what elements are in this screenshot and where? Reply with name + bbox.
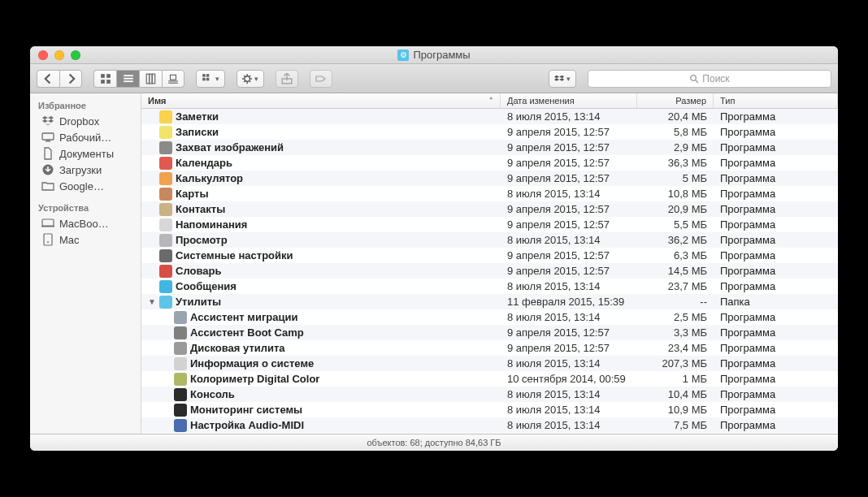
table-row[interactable]: ▼Утилиты11 февраля 2015, 15:39--Папка xyxy=(141,294,838,309)
file-name: Заметки xyxy=(176,110,219,123)
file-kind: Программа xyxy=(714,140,838,155)
svg-rect-5 xyxy=(124,77,133,79)
column-header-size[interactable]: Размер xyxy=(637,93,714,108)
view-columns-button[interactable] xyxy=(139,70,162,88)
table-row[interactable]: Ассистент миграции8 июля 2015, 13:142,5 … xyxy=(141,309,838,325)
file-date: 9 апреля 2015, 12:57 xyxy=(501,340,637,356)
file-size: 2,9 МБ xyxy=(637,140,714,155)
table-row[interactable]: Сообщения8 июля 2015, 13:1423,7 МБПрогра… xyxy=(141,279,838,294)
svg-rect-1 xyxy=(106,74,111,78)
table-row[interactable]: Консоль8 июля 2015, 13:1410,4 МБПрограмм… xyxy=(141,387,838,402)
table-row[interactable]: Контакты9 апреля 2015, 12:5720,9 МБПрогр… xyxy=(141,201,838,217)
sidebar-item[interactable]: Google… xyxy=(30,178,141,194)
sidebar-item[interactable]: Загрузки xyxy=(30,162,141,178)
sidebar-item[interactable]: Dropbox xyxy=(30,113,141,129)
app-icon xyxy=(159,110,172,123)
view-icon-button[interactable] xyxy=(93,70,116,88)
back-button[interactable] xyxy=(37,70,59,88)
file-size: 10,4 МБ xyxy=(637,387,714,402)
table-row[interactable]: Настройка Audio-MIDI8 июля 2015, 13:147,… xyxy=(141,417,838,433)
downloads-icon xyxy=(41,163,54,176)
disclosure-arrow-icon[interactable]: ▼ xyxy=(148,297,156,306)
file-date: 9 апреля 2015, 12:57 xyxy=(501,263,637,279)
column-header-date[interactable]: Дата изменения xyxy=(501,93,637,108)
search-input[interactable]: Поиск xyxy=(588,70,831,88)
file-size: 23,4 МБ xyxy=(637,340,714,356)
file-name: Ассистент миграции xyxy=(190,311,298,323)
table-row[interactable]: Мониторинг системы8 июля 2015, 13:1410,9… xyxy=(141,402,838,417)
table-row[interactable]: Записки9 апреля 2015, 12:575,8 МБПрограм… xyxy=(141,124,838,140)
svg-rect-0 xyxy=(101,74,105,78)
table-row[interactable]: Просмотр8 июля 2015, 13:1436,2 МБПрограм… xyxy=(141,232,838,248)
view-list-button[interactable] xyxy=(116,70,139,88)
file-size: 36,2 МБ xyxy=(637,232,714,248)
sidebar-section-devices: Устройства xyxy=(30,201,141,215)
app-icon xyxy=(159,157,172,170)
table-row[interactable]: Дисковая утилита9 апреля 2015, 12:5723,4… xyxy=(141,340,838,356)
file-name: Контакты xyxy=(176,203,225,215)
file-size: 23,7 МБ xyxy=(637,279,714,294)
tags-button[interactable] xyxy=(310,70,332,88)
action-button[interactable]: ▾ xyxy=(237,70,264,88)
file-name: Мониторинг системы xyxy=(190,404,302,416)
sidebar-item[interactable]: Рабочий… xyxy=(30,129,141,145)
file-size: 3,3 МБ xyxy=(637,325,714,340)
column-header-kind[interactable]: Тип xyxy=(714,93,838,108)
file-date: 8 июля 2015, 13:14 xyxy=(501,279,637,294)
view-coverflow-button[interactable] xyxy=(162,70,184,88)
table-row[interactable]: Системные настройки9 апреля 2015, 12:576… xyxy=(141,248,838,263)
file-date: 9 апреля 2015, 12:57 xyxy=(501,201,637,217)
minimize-button[interactable] xyxy=(54,50,64,60)
share-button[interactable] xyxy=(276,70,298,88)
file-kind: Программа xyxy=(714,387,838,402)
app-icon xyxy=(174,388,187,401)
table-row[interactable]: Калькулятор9 апреля 2015, 12:575 МБПрогр… xyxy=(141,171,838,186)
file-rows[interactable]: Заметки8 июля 2015, 13:1420,4 МБПрограмм… xyxy=(141,109,838,434)
table-row[interactable]: Информация о системе8 июля 2015, 13:1420… xyxy=(141,356,838,371)
file-name: Консоль xyxy=(190,388,235,400)
forward-button[interactable] xyxy=(59,70,82,88)
file-date: 9 апреля 2015, 12:57 xyxy=(501,140,637,155)
svg-rect-3 xyxy=(106,80,111,84)
table-row[interactable]: Напоминания9 апреля 2015, 12:575,5 МБПро… xyxy=(141,217,838,232)
table-row[interactable]: Заметки8 июля 2015, 13:1420,4 МБПрограмм… xyxy=(141,109,838,124)
file-name: Сообщения xyxy=(176,280,237,292)
zoom-button[interactable] xyxy=(71,50,80,60)
status-bar: объектов: 68; доступно 84,63 ГБ xyxy=(30,434,838,451)
file-size: 14,5 МБ xyxy=(637,263,714,279)
svg-rect-13 xyxy=(202,74,206,77)
table-row[interactable]: Календарь9 апреля 2015, 12:5736,3 МБПрог… xyxy=(141,155,838,171)
file-date: 9 апреля 2015, 12:57 xyxy=(501,248,637,263)
file-name: Утилиты xyxy=(176,296,221,308)
column-header-name[interactable]: Имя˄ xyxy=(141,93,501,108)
nav-buttons xyxy=(37,70,82,88)
app-icon xyxy=(159,172,172,185)
file-size: 20,9 МБ xyxy=(637,201,714,217)
file-name: Просмотр xyxy=(176,234,228,246)
close-button[interactable] xyxy=(38,50,48,60)
table-row[interactable]: Карты8 июля 2015, 13:1410,8 МБПрограмма xyxy=(141,186,838,201)
file-date: 8 июля 2015, 13:14 xyxy=(501,109,637,124)
sidebar-item[interactable]: MacBoo… xyxy=(30,215,141,231)
app-icon xyxy=(159,249,172,262)
arrange-button[interactable]: ▾ xyxy=(196,70,225,88)
file-name: Колориметр Digital Color xyxy=(190,373,319,385)
file-kind: Программа xyxy=(714,217,838,232)
table-row[interactable]: Захват изображений9 апреля 2015, 12:572,… xyxy=(141,140,838,155)
app-icon xyxy=(174,342,187,355)
table-row[interactable]: Колориметр Digital Color10 сентября 2014… xyxy=(141,371,838,387)
app-icon xyxy=(174,357,187,370)
svg-rect-4 xyxy=(124,75,133,76)
disk-icon xyxy=(41,233,54,246)
sidebar-item[interactable]: Документы xyxy=(30,145,141,162)
app-icon xyxy=(174,311,187,324)
svg-line-20 xyxy=(696,80,698,83)
app-icon xyxy=(159,188,172,201)
sidebar-item[interactable]: Mac xyxy=(30,231,141,248)
table-row[interactable]: Ассистент Boot Camp9 апреля 2015, 12:573… xyxy=(141,325,838,340)
table-row[interactable]: Словарь9 апреля 2015, 12:5714,5 МБПрогра… xyxy=(141,263,838,279)
sort-asc-icon: ˄ xyxy=(489,97,493,105)
file-size: 5 МБ xyxy=(637,171,714,186)
dropbox-button[interactable]: ▾ xyxy=(549,70,576,88)
file-size: 10,8 МБ xyxy=(637,186,714,201)
